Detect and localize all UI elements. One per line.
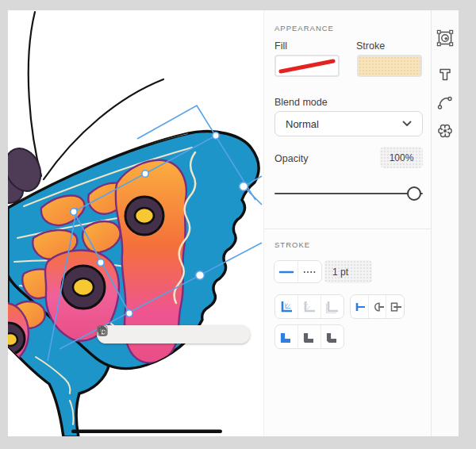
align-stroke-center-button[interactable] (298, 295, 321, 318)
move-icon[interactable] (158, 328, 171, 341)
menu-icon[interactable] (122, 328, 135, 341)
stroke-label: Stroke (356, 40, 385, 52)
dashed-line-option[interactable] (298, 261, 321, 282)
blend-mode-value: Normal (286, 118, 319, 130)
stroke-weight-box[interactable]: 1 pt (324, 260, 372, 283)
fill-label: Fill (274, 40, 287, 52)
fill-swatch[interactable] (274, 55, 340, 77)
type-tool-icon[interactable] (436, 66, 454, 83)
opacity-value: 100% (390, 152, 414, 163)
butterfly-artwork[interactable] (8, 10, 263, 436)
stroke-align-group (274, 294, 344, 319)
stroke-join-group (274, 324, 344, 349)
duplicate-icon[interactable] (212, 328, 225, 341)
solid-line-option[interactable] (274, 261, 298, 282)
app-window: APPEARANCE Fill Stroke Blend mode Normal… (0, 0, 476, 449)
tool-rail (431, 10, 459, 436)
blend-mode-label: Blend mode (274, 97, 328, 108)
transform-tool-icon[interactable] (436, 29, 454, 47)
opacity-slider[interactable] (274, 185, 423, 202)
dashed-line-icon (301, 266, 319, 278)
stroke-weight-value: 1 pt (332, 267, 348, 278)
section-divider (264, 228, 432, 229)
butt-cap-button[interactable] (351, 295, 368, 318)
round-cap-button[interactable] (368, 295, 386, 318)
pen-tool-icon[interactable] (436, 94, 454, 111)
properties-panel: APPEARANCE Fill Stroke Blend mode Normal… (263, 10, 431, 436)
stroke-type-control (274, 260, 322, 283)
solid-line-icon (278, 266, 295, 278)
align-stroke-left-button[interactable] (275, 295, 298, 318)
appearance-section-title: APPEARANCE (274, 24, 334, 33)
arrange-order-icon[interactable] (140, 328, 152, 341)
mask-disabled-icon (194, 328, 207, 341)
unlock-icon[interactable] (176, 328, 189, 341)
blend-mode-dropdown[interactable]: Normal (274, 111, 423, 136)
opacity-label: Opacity (274, 153, 308, 164)
opacity-slider-knob[interactable] (407, 186, 421, 201)
projecting-cap-button[interactable] (386, 295, 404, 318)
delete-icon[interactable] (230, 328, 243, 341)
opacity-value-box[interactable]: 100% (380, 147, 423, 168)
bevel-join-button[interactable] (321, 325, 344, 348)
stroke-swatch[interactable] (357, 55, 422, 77)
artboard-canvas[interactable] (8, 10, 263, 436)
round-join-button[interactable] (298, 325, 321, 348)
opacity-slider-track (274, 193, 423, 194)
object-settings-icon[interactable] (436, 122, 454, 140)
stroke-section-title: STROKE (274, 240, 310, 249)
chevron-down-icon (402, 121, 412, 127)
stroke-cap-group (350, 294, 405, 319)
align-stroke-right-button[interactable] (321, 295, 344, 318)
black-line-object[interactable] (71, 430, 222, 434)
context-toolbar (97, 325, 250, 343)
miter-join-button[interactable] (275, 325, 298, 348)
fill-none-indicator (276, 56, 338, 75)
